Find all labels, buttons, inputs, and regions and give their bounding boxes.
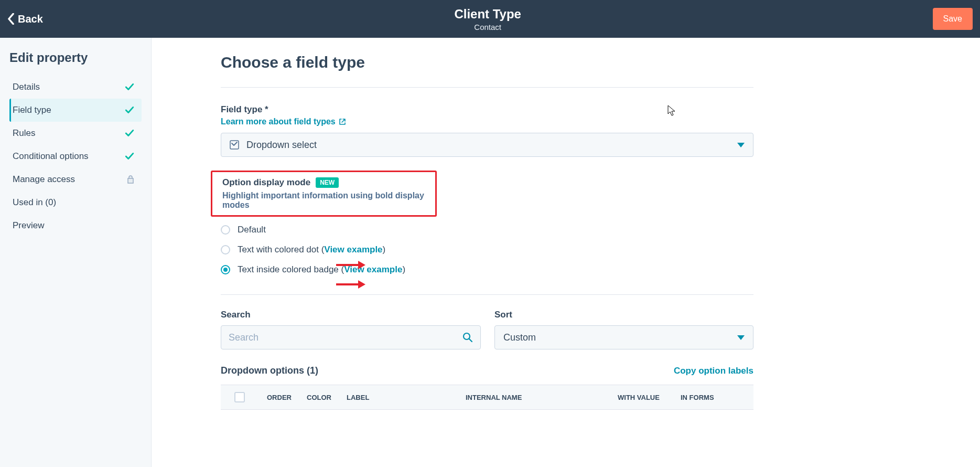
sidebar-item-preview[interactable]: Preview [9, 214, 142, 237]
check-icon [125, 129, 134, 138]
radio-suffix: ) [402, 264, 405, 274]
external-link-icon [339, 118, 346, 125]
radio-input[interactable] [221, 225, 230, 235]
sidebar-item-label: Used in (0) [13, 197, 56, 208]
field-type-label: Field type * [221, 104, 268, 115]
view-example-link[interactable]: View example [324, 245, 382, 254]
copy-option-labels-link[interactable]: Copy option labels [674, 366, 753, 376]
th-label: LABEL [347, 394, 466, 401]
field-type-value: Dropdown select [246, 140, 317, 151]
option-display-mode-highlight: Option display mode NEW Highlight import… [211, 171, 437, 217]
radio-option-colored-dot[interactable]: Text with colored dot (View example) [221, 240, 753, 260]
learn-more-link[interactable]: Learn more about field types [221, 117, 346, 126]
divider [221, 294, 753, 295]
radio-label: Text with colored dot ( [238, 245, 324, 254]
search-box[interactable] [221, 325, 481, 349]
radio-label: Default [238, 225, 266, 235]
check-icon [125, 105, 134, 115]
page-title: Client Type [454, 7, 521, 22]
svg-point-1 [464, 333, 470, 339]
main-heading: Choose a field type [221, 54, 753, 88]
sort-select[interactable]: Custom [494, 325, 753, 349]
sidebar: Edit property Details Field type Rules C… [0, 38, 152, 467]
sidebar-item-label: Field type [13, 105, 51, 115]
sidebar-item-conditional-options[interactable]: Conditional options [9, 145, 142, 168]
back-label: Back [18, 13, 43, 25]
sidebar-item-details[interactable]: Details [9, 76, 142, 99]
sidebar-heading: Edit property [9, 50, 142, 65]
field-type-section: Field type * Learn more about field type… [221, 104, 753, 157]
th-internal: INTERNAL NAME [466, 394, 618, 401]
learn-more-text: Learn more about field types [221, 117, 336, 126]
th-order: ORDER [267, 394, 307, 401]
radio-input[interactable] [221, 245, 230, 254]
sidebar-item-rules[interactable]: Rules [9, 122, 142, 145]
sidebar-item-label: Manage access [13, 174, 75, 185]
back-button[interactable]: Back [7, 13, 43, 25]
radio-input[interactable] [221, 265, 230, 274]
save-button[interactable]: Save [933, 8, 973, 30]
th-color: COLOR [307, 394, 347, 401]
th-informs: IN FORMS [681, 394, 714, 401]
lock-icon [127, 175, 134, 184]
field-type-select[interactable]: Dropdown select [221, 133, 753, 157]
options-table-header: ORDER COLOR LABEL INTERNAL NAME WITH VAL… [221, 385, 753, 410]
topbar-center: Client Type Contact [454, 7, 521, 31]
radio-suffix: ) [383, 245, 386, 254]
radio-option-default[interactable]: Default [221, 220, 753, 240]
th-withval: WITH VALUE [618, 394, 681, 401]
sidebar-item-label: Rules [13, 128, 35, 139]
annotation-arrow [336, 280, 365, 289]
sidebar-item-field-type[interactable]: Field type [9, 99, 142, 122]
filter-row: Search Sort Custom [221, 310, 753, 349]
sidebar-item-label: Preview [13, 220, 44, 231]
sidebar-item-label: Conditional options [13, 151, 89, 162]
search-icon [462, 332, 473, 343]
sidebar-item-label: Details [13, 82, 40, 92]
search-input[interactable] [229, 332, 462, 343]
sidebar-item-manage-access[interactable]: Manage access [9, 168, 142, 191]
check-icon [125, 82, 134, 92]
dropdown-options-title: Dropdown options (1) [221, 365, 318, 376]
page-subtitle: Contact [454, 23, 521, 31]
topbar: Back Client Type Contact Save [0, 0, 980, 38]
options-header: Dropdown options (1) Copy option labels [221, 365, 753, 376]
main: Choose a field type Field type * Learn m… [152, 38, 980, 467]
check-icon [125, 152, 134, 161]
option-display-mode-desc: Highlight important information using bo… [222, 191, 429, 210]
sort-label: Sort [494, 310, 753, 320]
radio-option-colored-badge[interactable]: Text inside colored badge (View example) [221, 260, 753, 280]
chevron-left-icon [7, 13, 15, 25]
option-display-mode-label: Option display mode [222, 177, 310, 188]
annotation-arrow [336, 261, 365, 269]
display-mode-radio-group: Default Text with colored dot (View exam… [221, 220, 753, 280]
caret-down-icon [737, 335, 745, 340]
sort-value: Custom [503, 332, 536, 343]
caret-down-icon [737, 143, 745, 147]
dropdown-type-icon [230, 140, 239, 150]
radio-label: Text inside colored badge ( [238, 264, 344, 274]
sidebar-item-used-in[interactable]: Used in (0) [9, 191, 142, 214]
search-label: Search [221, 310, 481, 320]
select-all-checkbox[interactable] [234, 392, 245, 402]
new-badge: NEW [316, 177, 339, 188]
